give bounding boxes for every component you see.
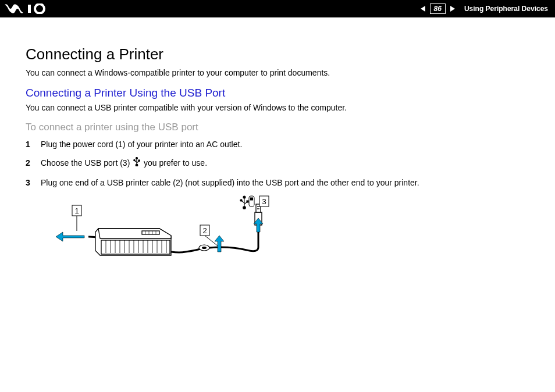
step-2-text-a: Choose the USB port (3)	[41, 158, 132, 168]
header-nav: 86 Using Peripheral Devices	[419, 3, 548, 14]
diagram-label-1: 1	[74, 206, 79, 215]
sub-intro-text: You can connect a USB printer compatible…	[26, 103, 527, 112]
page-title: Connecting a Printer	[26, 45, 527, 63]
next-page-arrow[interactable]	[449, 5, 456, 12]
svg-rect-0	[28, 5, 31, 13]
step-3: Plug one end of a USB printer cable (2) …	[26, 176, 527, 189]
svg-point-5	[134, 160, 135, 161]
step-2: Choose the USB port (3) you prefer to us…	[26, 156, 527, 170]
step-2-text-b: you prefer to use.	[141, 158, 207, 168]
svg-rect-10	[142, 231, 159, 234]
procedure-heading: To connect a printer using the USB port	[26, 122, 527, 133]
svg-point-25	[243, 206, 246, 209]
svg-point-26	[240, 199, 242, 201]
subheading-usb: Connecting a Printer Using the USB Port	[26, 87, 527, 99]
svg-point-16	[202, 247, 207, 249]
diagram-label-2: 2	[202, 226, 207, 235]
usb-icon	[133, 157, 140, 170]
svg-rect-29	[251, 198, 253, 200]
svg-point-3	[136, 158, 138, 159]
svg-rect-27	[247, 201, 248, 202]
svg-point-1	[35, 4, 44, 13]
step-1: Plug the power cord (1) of your printer …	[26, 138, 527, 151]
svg-rect-6	[138, 160, 140, 161]
page-content: Connecting a Printer You can connect a W…	[0, 17, 555, 290]
diagram-label-3: 3	[262, 197, 266, 206]
prev-page-arrow[interactable]	[419, 5, 426, 12]
section-label: Using Peripheral Devices	[460, 5, 548, 13]
page-number: 86	[430, 3, 446, 14]
intro-text: You can connect a Windows-compatible pri…	[26, 68, 527, 77]
svg-point-4	[136, 165, 138, 167]
printer-diagram: 1	[55, 195, 527, 290]
svg-point-24	[243, 196, 246, 198]
header-bar: 86 Using Peripheral Devices	[0, 0, 555, 17]
svg-rect-9	[101, 240, 170, 254]
steps-list: Plug the power cord (1) of your printer …	[26, 138, 527, 189]
vaio-logo	[5, 3, 57, 14]
